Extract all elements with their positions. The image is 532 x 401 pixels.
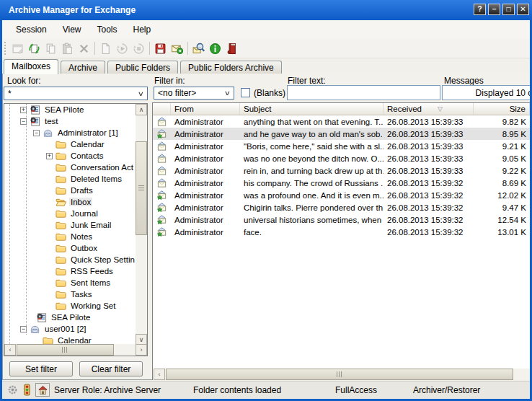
info-icon[interactable] bbox=[207, 40, 223, 56]
expand-icon[interactable]: + bbox=[46, 153, 53, 159]
cell-subject: face. bbox=[240, 228, 384, 237]
tree-vscroll-thumb[interactable] bbox=[136, 141, 147, 235]
set-filter-label: Set filter bbox=[25, 364, 57, 374]
look-for-label: Look for: bbox=[7, 76, 41, 86]
tree-node-test[interactable]: −test bbox=[4, 115, 136, 127]
clear-filter-label: Clear filter bbox=[92, 364, 131, 374]
tree-vertical-scrollbar[interactable]: ∧ ∨ bbox=[136, 104, 147, 345]
tree-node-administrator-1-[interactable]: −Administrator [1] bbox=[4, 127, 136, 138]
menu-help[interactable]: Help bbox=[125, 22, 159, 37]
tree-node-notes[interactable]: Notes bbox=[4, 231, 136, 242]
message-row[interactable]: Administrator"Boris, come here," said sh… bbox=[153, 140, 530, 152]
exit-icon[interactable] bbox=[223, 40, 240, 56]
tree-node-junk-email[interactable]: Junk Email bbox=[4, 219, 136, 231]
tree-node-label: Inbox bbox=[69, 198, 92, 206]
column-header-icon[interactable] bbox=[153, 103, 171, 115]
tree-node-drafts[interactable]: Drafts bbox=[4, 185, 136, 196]
refresh-icon[interactable] bbox=[26, 40, 43, 56]
app-window: Archive Manager for Exchange ?–□✕ Sessio… bbox=[0, 0, 532, 401]
filter-in-combobox[interactable]: <no filter> ∨ bbox=[154, 87, 234, 100]
cell-from: Administrator bbox=[171, 228, 240, 237]
chevron-down-icon[interactable]: ∨ bbox=[138, 90, 144, 97]
folder-icon bbox=[56, 220, 69, 231]
tree-node-working-set[interactable]: Working Set bbox=[4, 300, 136, 312]
message-row[interactable]: Administratorwas a profound one. And it … bbox=[153, 189, 530, 201]
tree-node-outbox[interactable]: Outbox bbox=[4, 242, 136, 254]
tree-node-deleted-items[interactable]: Deleted Items bbox=[4, 173, 136, 185]
tree-node-sea-pilote[interactable]: SEA Pilote bbox=[4, 312, 136, 323]
cell-received: 26.08.2013 15:39:32 bbox=[384, 216, 474, 224]
message-row[interactable]: Administratoruniversal historians someti… bbox=[153, 213, 530, 226]
messages-count-value: Displayed 10 o bbox=[476, 88, 532, 98]
tree-node-tasks[interactable]: Tasks bbox=[4, 288, 136, 300]
look-for-combobox[interactable]: * ∨ bbox=[4, 87, 148, 100]
tree-node-journal[interactable]: Journal bbox=[4, 208, 136, 219]
storage-level-icon bbox=[22, 384, 32, 398]
tree-node-rss-feeds[interactable]: RSS Feeds bbox=[4, 265, 136, 277]
tree-node-sea-pilote[interactable]: +SEA Pilote bbox=[4, 104, 136, 115]
tab-mailboxes[interactable]: Mailboxes bbox=[4, 59, 58, 74]
tree-hscroll-thumb[interactable] bbox=[17, 344, 114, 356]
scroll-left-arrow-icon[interactable]: ‹ bbox=[154, 369, 165, 380]
tree-node-calendar[interactable]: Calendar bbox=[4, 335, 136, 344]
help-button[interactable]: ? bbox=[474, 4, 486, 15]
set-filter-button[interactable]: Set filter bbox=[9, 361, 73, 376]
tree-node-label: Administrator [1] bbox=[56, 128, 120, 137]
column-header-size[interactable]: Size bbox=[474, 103, 530, 115]
chevron-down-icon[interactable]: ∨ bbox=[224, 89, 231, 97]
send-mail-icon[interactable] bbox=[169, 40, 185, 56]
list-hscroll-thumb[interactable] bbox=[166, 369, 513, 380]
list-horizontal-scrollbar[interactable]: ‹ bbox=[154, 369, 530, 380]
tab-public-folders-archive[interactable]: Public Folders Archive bbox=[180, 61, 282, 74]
tree-node-sent-items[interactable]: Sent Items bbox=[4, 277, 136, 288]
cell-size: 9.21 K bbox=[474, 142, 530, 151]
minimize-button[interactable]: – bbox=[488, 4, 500, 15]
cell-size: 8.69 K bbox=[474, 179, 530, 188]
maximize-button[interactable]: □ bbox=[502, 4, 515, 15]
tree-node-label: user001 [2] bbox=[43, 325, 88, 333]
message-row[interactable]: Administratorwas no one beyond the ditch… bbox=[153, 152, 530, 164]
clear-filter-button[interactable]: Clear filter bbox=[79, 361, 143, 376]
menu-tools[interactable]: Tools bbox=[89, 22, 125, 37]
column-header-subject[interactable]: Subject bbox=[240, 103, 384, 115]
message-row[interactable]: Administratorface.26.08.2013 15:39:3213.… bbox=[153, 226, 530, 238]
menu-session[interactable]: Session bbox=[8, 22, 55, 37]
tree-guide-line bbox=[26, 104, 27, 335]
tab-public-folders[interactable]: Public Folders bbox=[107, 61, 178, 74]
menu-view[interactable]: View bbox=[55, 22, 89, 37]
scroll-left-arrow-icon[interactable]: ‹ bbox=[4, 344, 16, 356]
filter-text-input[interactable] bbox=[287, 85, 440, 100]
tree-node-contacts[interactable]: +Contacts bbox=[4, 150, 136, 162]
tree-node-calendar[interactable]: Calendar bbox=[4, 138, 136, 150]
message-row[interactable]: Administratorrein in, and turning back d… bbox=[153, 164, 530, 177]
scroll-up-arrow-icon[interactable]: ∧ bbox=[136, 104, 147, 115]
home-mailbox-icon[interactable] bbox=[35, 383, 50, 397]
tree-node-user001-2-[interactable]: −user001 [2] bbox=[4, 323, 136, 335]
titlebar: Archive Manager for Exchange ?–□✕ bbox=[0, 0, 532, 20]
tree-node-quick-step-settin[interactable]: Quick Step Settin bbox=[4, 254, 136, 265]
blanks-checkbox[interactable] bbox=[241, 88, 250, 97]
tree-node-inbox[interactable]: Inbox bbox=[4, 196, 136, 208]
message-row[interactable]: Administratorand he gave way to an old m… bbox=[153, 128, 530, 140]
tree-node-label: Sent Items bbox=[69, 278, 112, 287]
tab-archive[interactable]: Archive bbox=[61, 61, 105, 74]
save-icon[interactable] bbox=[152, 40, 169, 56]
server-icon bbox=[30, 105, 43, 115]
tree-node-label: Calendar bbox=[69, 140, 106, 149]
collapse-icon[interactable]: − bbox=[33, 130, 40, 136]
scroll-right-arrow-icon[interactable]: › bbox=[136, 344, 147, 356]
server-icon bbox=[36, 312, 50, 323]
envelope-star-icon bbox=[153, 214, 171, 225]
tree-horizontal-scrollbar[interactable]: ‹ › bbox=[4, 344, 147, 356]
folder-icon bbox=[56, 255, 69, 265]
message-row[interactable]: AdministratorChigirin talks. Pierre pond… bbox=[153, 201, 530, 213]
message-row[interactable]: Administratoranything that went on that … bbox=[153, 115, 530, 128]
column-header-from[interactable]: From bbox=[171, 103, 240, 115]
close-button[interactable]: ✕ bbox=[517, 4, 529, 15]
tree-node-label: Outbox bbox=[69, 244, 99, 252]
tree-node-conversation-act[interactable]: Conversation Act bbox=[4, 162, 136, 173]
column-header-received[interactable]: Received▽ bbox=[384, 103, 474, 115]
search-mail-icon[interactable] bbox=[190, 40, 207, 56]
message-row[interactable]: Administratorhis company. The crowd of R… bbox=[153, 177, 530, 189]
cell-from: Administrator bbox=[171, 216, 240, 224]
